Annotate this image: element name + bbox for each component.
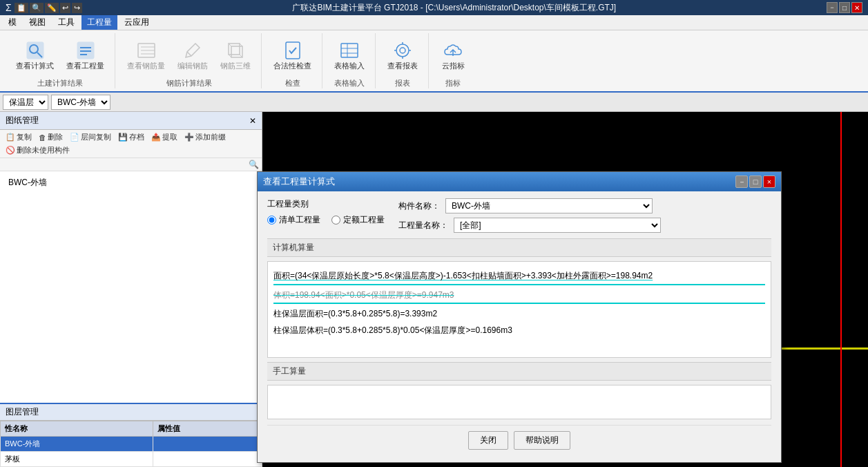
ribbon-group-civil-buttons: 查看计算式 查看工程量	[11, 33, 109, 77]
menu-tools[interactable]: 工具	[52, 15, 80, 30]
btn-check-calc-label: 查看计算式	[16, 61, 54, 70]
btn-floor-copy[interactable]: 📄 层间复制	[67, 131, 114, 143]
close-btn[interactable]: ✕	[851, 2, 862, 13]
formula-line-3: 柱保温层体积=(0.3*5.8+0.285*5.8)*0.05<保温层厚度>=0…	[273, 323, 765, 339]
ribbon-group-report-buttons: 查看报表	[383, 33, 423, 77]
left-panel-close-btn[interactable]: ✕	[249, 116, 256, 126]
ribbon-group-rebar-label: 钢筋计算结果	[166, 78, 212, 88]
svg-rect-18	[286, 42, 300, 59]
title-bar-left: Σ 📋 🔍 ✏️ ↩ ↪	[6, 2, 82, 13]
left-panel-toolbar: 📋 复制 🗑 删除 📄 层间复制 💾 存档 📤 提取 ➕ 添加前缀	[0, 130, 262, 158]
btn-view-project-label: 查看工程量	[66, 61, 104, 70]
btn-extract[interactable]: 📤 提取	[148, 131, 180, 143]
layer-select[interactable]: 保温层	[3, 95, 48, 110]
menu-cloud[interactable]: 云应用	[119, 15, 155, 30]
ribbon-group-table: 表格输入 表格输入	[324, 33, 376, 88]
btn-copy[interactable]: 📋 复制	[3, 131, 35, 143]
manual-box[interactable]	[267, 385, 771, 419]
ribbon-group-rebar-buttons: 查看钢筋量 编辑钢筋	[122, 33, 255, 77]
cloud-icon	[442, 39, 464, 61]
table-row[interactable]: 茅板	[1, 452, 262, 467]
props-table: 性名称 属性值 BWC-外墙 茅板	[0, 421, 262, 467]
btn-delete-unused[interactable]: 🚫 删除未使用构件	[3, 144, 73, 156]
btn-save[interactable]: 💾 存档	[115, 131, 147, 143]
quantity-name-select[interactable]: [全部]	[454, 218, 661, 233]
delete-unused-icon: 🚫	[6, 146, 15, 155]
btn-dialog-help[interactable]: 帮助说明	[514, 431, 570, 450]
btn-view-rebar-label: 查看钢筋量	[127, 61, 165, 70]
left-panel: 图纸管理 ✕ 📋 复制 🗑 删除 📄 层间复制 💾 存档 📤 提取	[0, 112, 262, 467]
formula-line-0: 面积=(34<保温层原始长度>*5.8<保温层高度>)-1.653<扣柱贴墙面积…	[273, 269, 765, 285]
btn-edit-rebar-label: 编辑钢筋	[177, 61, 208, 70]
ribbon-group-index: 云指标 指标	[430, 33, 476, 88]
btn-view-project[interactable]: 查看工程量	[61, 36, 109, 74]
save-icon: 💾	[118, 133, 128, 142]
maximize-btn[interactable]: □	[839, 2, 850, 13]
dialog-minimize-btn[interactable]: －	[735, 175, 748, 188]
dialog-title-text: 查看工程量计算式	[263, 175, 335, 188]
edit-rebar-icon	[182, 39, 204, 61]
btn-cloud-label: 云指标	[442, 61, 465, 70]
minimize-btn[interactable]: －	[827, 2, 838, 13]
radio-qingdan-input[interactable]	[267, 216, 276, 225]
ribbon-group-report: 查看报表 报表	[377, 33, 429, 88]
tree-item-bwc[interactable]: BWC-外墙	[3, 174, 259, 191]
btn-report-label: 查看报表	[387, 61, 418, 70]
radio-dinge[interactable]: 定额工程量	[331, 214, 385, 226]
formula-line-1: 体积=198.94<面积>*0.05<保温层厚度>=9.947m3	[273, 288, 765, 305]
prop-name-1: 茅板	[1, 452, 153, 467]
menu-view[interactable]: 视图	[23, 15, 51, 30]
ribbon-group-table-buttons: 表格输入	[329, 33, 369, 77]
dialog-body: 工程量类别 清单工程量 定额工程量 构件名称：	[258, 191, 781, 462]
project-type-label: 工程量类别	[267, 198, 385, 210]
radio-qingdan[interactable]: 清单工程量	[267, 214, 320, 226]
dialog-close-btn[interactable]: ×	[763, 175, 775, 188]
prop-value-0	[153, 437, 262, 452]
dialog-title-bar: 查看工程量计算式 － □ ×	[258, 172, 781, 191]
window-controls: － □ ✕	[827, 2, 862, 13]
btn-table-input[interactable]: 表格输入	[329, 36, 369, 74]
view-project-icon	[75, 39, 97, 61]
component-name-select[interactable]: BWC-外墙	[445, 198, 653, 213]
component-info-section: 构件名称： BWC-外墙 工程量名称： [全部]	[398, 198, 771, 233]
ribbon: 查看计算式 查看工程量 土建计算结果	[0, 30, 868, 93]
left-panel-title: 图纸管理 ✕	[0, 112, 262, 130]
ribbon-group-table-label: 表格输入	[334, 78, 365, 88]
component-select[interactable]: BWC-外墙	[51, 95, 110, 110]
btn-edit-rebar[interactable]: 编辑钢筋	[173, 36, 213, 74]
ribbon-group-index-buttons: 云指标	[436, 33, 470, 77]
ribbon-group-civil: 查看计算式 查看工程量 土建计算结果	[6, 33, 115, 88]
ribbon-group-check: 合法性检查 检查	[263, 33, 322, 88]
dialog-maximize-btn[interactable]: □	[749, 175, 762, 188]
check-calc-icon	[24, 39, 46, 61]
title-bar: Σ 📋 🔍 ✏️ ↩ ↪ 广联达BIM土建计量平台 GTJ2018 - [C:\…	[0, 0, 868, 15]
radio-group: 清单工程量 定额工程量	[267, 214, 385, 226]
btn-rebar-3d[interactable]: 钢筋三维	[215, 36, 255, 74]
btn-rebar-3d-label: 钢筋三维	[220, 61, 251, 70]
btn-add-prefix[interactable]: ➕ 添加前缀	[182, 131, 229, 143]
svg-rect-19	[341, 44, 358, 57]
btn-report[interactable]: 查看报表	[383, 36, 423, 74]
rebar-3d-icon	[224, 39, 247, 61]
ribbon-group-check-buttons: 合法性检查	[269, 33, 316, 77]
copy-icon: 📋	[6, 133, 15, 142]
btn-dialog-close[interactable]: 关闭	[468, 431, 508, 450]
btn-legality-label: 合法性检查	[273, 61, 311, 70]
dialog-title-buttons: － □ ×	[735, 175, 775, 188]
menu-bar: 模 视图 工具 工程量 云应用	[0, 15, 868, 30]
btn-view-rebar[interactable]: 查看钢筋量	[122, 36, 170, 74]
menu-project[interactable]: 工程量	[81, 15, 117, 30]
btn-check-calc[interactable]: 查看计算式	[11, 36, 59, 74]
btn-legality[interactable]: 合法性检查	[269, 36, 316, 74]
menu-mo[interactable]: 模	[3, 15, 22, 30]
btn-cloud[interactable]: 云指标	[436, 36, 470, 74]
radio-qingdan-label: 清单工程量	[279, 214, 320, 226]
add-prefix-icon: ➕	[184, 133, 194, 142]
search-icon: 🔍	[249, 160, 259, 169]
app-icon: Σ	[6, 2, 12, 13]
left-panel-title-text: 图纸管理	[6, 115, 39, 126]
btn-delete[interactable]: 🗑 删除	[36, 131, 66, 143]
table-row[interactable]: BWC-外墙	[1, 437, 262, 452]
radio-dinge-input[interactable]	[331, 216, 340, 225]
component-name-label: 构件名称：	[398, 200, 440, 212]
